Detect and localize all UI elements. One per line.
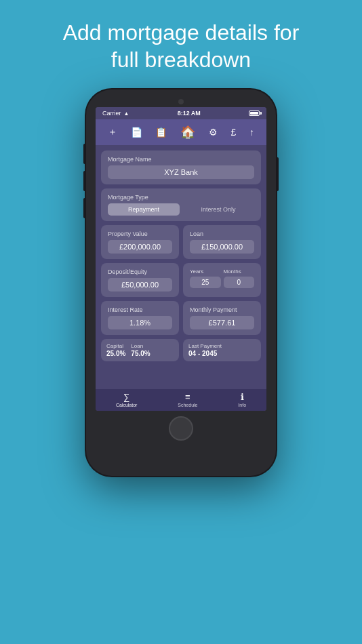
property-value-card: Property Value £200,000.00 [101, 225, 179, 259]
wifi-icon: ▲ [124, 110, 129, 117]
phone-screen: Carrier ▲ 8:12 AM ＋ 📄 📋 🏠 ⚙ £ ↑ Mort [96, 107, 266, 411]
last-payment-label: Last Payment [188, 343, 256, 349]
home-button[interactable] [169, 416, 193, 441]
deposit-card: Deposit/Equity £50,000.00 [101, 263, 179, 297]
monthly-payment-card: Monthly Payment £577.61 [183, 301, 261, 335]
tab-schedule[interactable]: ≡ Schedule [178, 392, 197, 407]
volume-down-button [83, 198, 86, 218]
interest-payment-row: Interest Rate 1.18% Monthly Payment £577… [101, 301, 261, 335]
deposit-value[interactable]: £50,000.00 [108, 278, 172, 291]
summary-row: Capital 25.0% Loan 75.0% Last Payment 04… [101, 339, 261, 361]
headline-line1: Add mortgage details for [63, 20, 300, 45]
capital-label: Capital [106, 343, 125, 349]
monthly-payment-value: £577.61 [190, 316, 254, 329]
headline-line2: full breakdown [111, 47, 251, 72]
status-bar: Carrier ▲ 8:12 AM [96, 107, 266, 119]
info-icon: ℹ [241, 392, 244, 402]
calculator-icon: ∑ [123, 392, 129, 402]
mortgage-type-toggle: Repayment Interest Only [108, 203, 254, 216]
mortgage-name-card: Mortgage Name XYZ Bank [101, 150, 261, 184]
carrier-label: Carrier [102, 110, 121, 117]
interest-rate-card: Interest Rate 1.18% [101, 301, 179, 335]
months-label: Months [224, 268, 255, 275]
mortgage-type-card: Mortgage Type Repayment Interest Only [101, 188, 261, 221]
phone-shell: Carrier ▲ 8:12 AM ＋ 📄 📋 🏠 ⚙ £ ↑ Mort [86, 89, 276, 476]
loan-label: Loan [190, 230, 254, 237]
share-icon[interactable]: ↑ [247, 125, 257, 139]
deposit-years-row: Deposit/Equity £50,000.00 Years 25 Month… [101, 263, 261, 297]
currency-icon[interactable]: £ [228, 125, 239, 139]
loan-value[interactable]: £150,000.00 [190, 240, 254, 254]
years-label: Years [190, 268, 221, 275]
last-payment-value: 04 - 2045 [188, 350, 256, 357]
interest-rate-label: Interest Rate [108, 306, 172, 313]
loan-pct-value: 75.0% [131, 350, 150, 357]
add-icon[interactable]: ＋ [105, 125, 120, 140]
monthly-payment-label: Monthly Payment [190, 306, 254, 313]
loan-pct-label: Loan [131, 343, 150, 349]
years-value[interactable]: 25 [190, 277, 221, 288]
capital-value: 25.0% [106, 350, 125, 357]
tab-calculator[interactable]: ∑ Calculator [116, 392, 138, 407]
property-value-value[interactable]: £200,000.00 [108, 240, 172, 254]
property-value-label: Property Value [108, 230, 172, 237]
last-payment-card: Last Payment 04 - 2045 [183, 339, 261, 361]
interest-only-button[interactable]: Interest Only [182, 203, 254, 216]
capital-loan-card: Capital 25.0% Loan 75.0% [101, 339, 179, 361]
time-display: 8:12 AM [178, 110, 201, 117]
property-loan-row: Property Value £200,000.00 Loan £150,000… [101, 225, 261, 259]
toolbar: ＋ 📄 📋 🏠 ⚙ £ ↑ [96, 119, 266, 145]
years-months-card: Years 25 Months 0 [183, 263, 261, 297]
tab-bar: ∑ Calculator ≡ Schedule ℹ Info [96, 389, 266, 411]
battery-icon [249, 110, 260, 116]
volume-up-button [83, 171, 86, 191]
schedule-label: Schedule [178, 403, 197, 407]
camera [178, 99, 184, 104]
loan-card: Loan £150,000.00 [183, 225, 261, 259]
headline: Add mortgage details for full breakdown [49, 19, 313, 73]
repayment-button[interactable]: Repayment [108, 203, 180, 216]
tab-info[interactable]: ℹ Info [238, 392, 246, 407]
calculator-label: Calculator [116, 403, 138, 407]
months-value[interactable]: 0 [224, 277, 255, 288]
interest-rate-value[interactable]: 1.18% [108, 316, 172, 329]
home-icon[interactable]: 🏠 [178, 123, 198, 141]
mortgage-name-label: Mortgage Name [108, 156, 254, 163]
deposit-label: Deposit/Equity [108, 268, 172, 275]
content-area: Mortgage Name XYZ Bank Mortgage Type Rep… [96, 145, 266, 389]
schedule-icon: ≡ [185, 392, 190, 402]
document-icon[interactable]: 📄 [128, 125, 145, 139]
mortgage-name-value[interactable]: XYZ Bank [108, 165, 254, 179]
info-label: Info [238, 403, 246, 407]
list-icon[interactable]: 📋 [153, 125, 169, 139]
settings-icon[interactable]: ⚙ [206, 125, 220, 139]
mortgage-type-label: Mortgage Type [108, 194, 254, 201]
